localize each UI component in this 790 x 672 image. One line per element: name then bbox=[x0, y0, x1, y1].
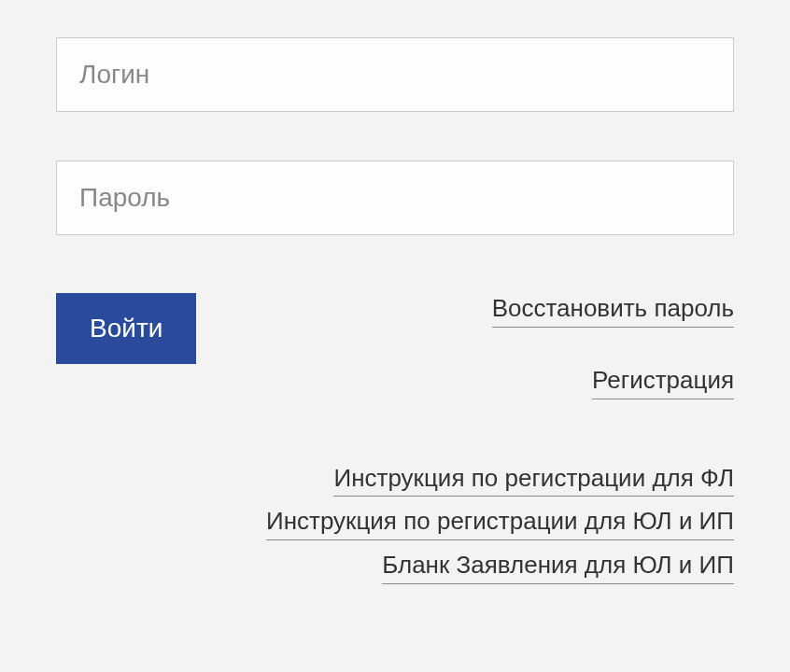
login-input[interactable] bbox=[56, 37, 734, 112]
instruction-fl-link[interactable]: Инструкция по регистрации для ФЛ bbox=[333, 463, 734, 497]
application-form-ul-ip-link[interactable]: Бланк Заявления для ЮЛ и ИП bbox=[382, 550, 734, 584]
primary-links: Восстановить пароль Регистрация bbox=[492, 293, 734, 437]
secondary-links: Инструкция по регистрации для ФЛ Инструк… bbox=[56, 437, 734, 584]
login-button[interactable]: Войти bbox=[56, 293, 196, 364]
login-form: Войти Восстановить пароль Регистрация Ин… bbox=[56, 37, 734, 584]
registration-link[interactable]: Регистрация bbox=[592, 365, 734, 399]
password-input[interactable] bbox=[56, 161, 734, 235]
instruction-ul-ip-link[interactable]: Инструкция по регистрации для ЮЛ и ИП bbox=[266, 506, 734, 540]
recover-password-link[interactable]: Восстановить пароль bbox=[492, 293, 734, 328]
